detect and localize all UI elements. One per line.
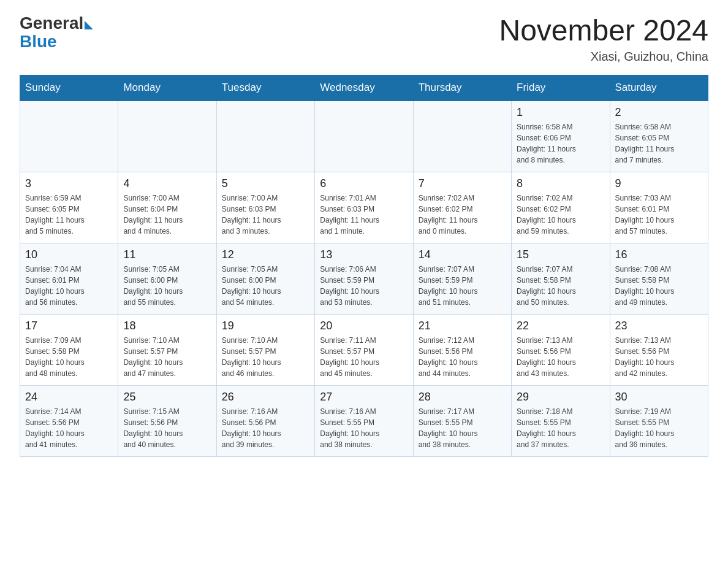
day-number: 17 [25,320,113,332]
day-cell: 4Sunrise: 7:00 AM Sunset: 6:04 PM Daylig… [118,172,216,243]
day-number: 27 [320,391,408,404]
day-cell: 25Sunrise: 7:15 AM Sunset: 5:56 PM Dayli… [118,385,216,456]
day-info: Sunrise: 7:09 AM Sunset: 5:58 PM Dayligh… [25,335,113,379]
week-row-1: 1Sunrise: 6:58 AM Sunset: 6:06 PM Daylig… [20,101,708,172]
day-info: Sunrise: 7:16 AM Sunset: 5:55 PM Dayligh… [320,406,408,450]
day-info: Sunrise: 7:07 AM Sunset: 5:58 PM Dayligh… [517,264,604,308]
day-number: 6 [320,177,408,190]
day-cell: 6Sunrise: 7:01 AM Sunset: 6:03 PM Daylig… [315,172,413,243]
day-info: Sunrise: 7:07 AM Sunset: 5:59 PM Dayligh… [419,264,506,308]
day-number: 11 [123,248,211,261]
logo-general-text: General [20,15,83,32]
day-cell: 5Sunrise: 7:00 AM Sunset: 6:03 PM Daylig… [216,172,314,243]
day-info: Sunrise: 7:06 AM Sunset: 5:59 PM Dayligh… [320,264,408,308]
day-number: 26 [222,391,309,404]
day-number: 20 [320,320,408,332]
day-cell: 14Sunrise: 7:07 AM Sunset: 5:59 PM Dayli… [413,243,511,314]
day-number: 13 [320,248,408,261]
week-row-2: 3Sunrise: 6:59 AM Sunset: 6:05 PM Daylig… [20,172,708,243]
page-header: General Blue November 2024 Xiasi, Guizho… [20,15,708,64]
day-number: 4 [123,177,211,190]
week-row-3: 10Sunrise: 7:04 AM Sunset: 6:01 PM Dayli… [20,243,708,314]
day-cell: 16Sunrise: 7:08 AM Sunset: 5:58 PM Dayli… [610,243,708,314]
day-info: Sunrise: 7:10 AM Sunset: 5:57 PM Dayligh… [123,335,211,379]
weekday-header-sunday: Sunday [20,75,118,101]
day-number: 9 [615,177,703,190]
day-number: 5 [222,177,309,190]
day-number: 28 [419,391,506,404]
day-info: Sunrise: 7:17 AM Sunset: 5:55 PM Dayligh… [419,406,506,450]
day-info: Sunrise: 7:00 AM Sunset: 6:04 PM Dayligh… [123,193,211,237]
day-info: Sunrise: 7:05 AM Sunset: 6:00 PM Dayligh… [123,264,211,308]
day-info: Sunrise: 7:12 AM Sunset: 5:56 PM Dayligh… [419,335,506,379]
day-info: Sunrise: 6:58 AM Sunset: 6:06 PM Dayligh… [517,121,604,166]
day-number: 30 [615,391,703,404]
logo-blue-text: Blue [20,32,57,52]
day-number: 19 [222,320,309,332]
weekday-header-monday: Monday [118,75,216,101]
day-info: Sunrise: 7:13 AM Sunset: 5:56 PM Dayligh… [517,335,604,379]
day-cell: 11Sunrise: 7:05 AM Sunset: 6:00 PM Dayli… [118,243,216,314]
calendar-body: 1Sunrise: 6:58 AM Sunset: 6:06 PM Daylig… [20,101,708,457]
day-info: Sunrise: 7:19 AM Sunset: 5:55 PM Dayligh… [615,406,703,450]
day-info: Sunrise: 7:10 AM Sunset: 5:57 PM Dayligh… [222,335,309,379]
day-info: Sunrise: 7:01 AM Sunset: 6:03 PM Dayligh… [320,193,408,237]
day-cell [216,101,314,172]
day-number: 29 [517,391,604,404]
day-cell: 19Sunrise: 7:10 AM Sunset: 5:57 PM Dayli… [216,314,314,385]
day-cell: 8Sunrise: 7:02 AM Sunset: 6:02 PM Daylig… [512,172,610,243]
day-number: 12 [222,248,309,261]
day-cell: 27Sunrise: 7:16 AM Sunset: 5:55 PM Dayli… [315,385,413,456]
day-cell: 28Sunrise: 7:17 AM Sunset: 5:55 PM Dayli… [413,385,511,456]
day-info: Sunrise: 7:04 AM Sunset: 6:01 PM Dayligh… [25,264,113,308]
day-cell: 30Sunrise: 7:19 AM Sunset: 5:55 PM Dayli… [610,385,708,456]
day-info: Sunrise: 6:58 AM Sunset: 6:05 PM Dayligh… [615,121,703,166]
weekday-header-thursday: Thursday [413,75,511,101]
weekday-header-row: SundayMondayTuesdayWednesdayThursdayFrid… [20,75,708,101]
day-number: 15 [517,248,604,261]
day-cell: 1Sunrise: 6:58 AM Sunset: 6:06 PM Daylig… [512,101,610,172]
calendar-header: SundayMondayTuesdayWednesdayThursdayFrid… [20,75,708,101]
day-info: Sunrise: 6:59 AM Sunset: 6:05 PM Dayligh… [25,193,113,237]
day-cell: 21Sunrise: 7:12 AM Sunset: 5:56 PM Dayli… [413,314,511,385]
day-info: Sunrise: 7:05 AM Sunset: 6:00 PM Dayligh… [222,264,309,308]
day-cell [413,101,511,172]
day-number: 23 [615,320,703,332]
day-cell: 2Sunrise: 6:58 AM Sunset: 6:05 PM Daylig… [610,101,708,172]
weekday-header-tuesday: Tuesday [216,75,314,101]
day-number: 18 [123,320,211,332]
calendar-title: November 2024 [499,15,708,47]
day-cell: 29Sunrise: 7:18 AM Sunset: 5:55 PM Dayli… [512,385,610,456]
day-number: 22 [517,320,604,332]
day-info: Sunrise: 7:14 AM Sunset: 5:56 PM Dayligh… [25,406,113,450]
day-cell: 18Sunrise: 7:10 AM Sunset: 5:57 PM Dayli… [118,314,216,385]
day-cell: 12Sunrise: 7:05 AM Sunset: 6:00 PM Dayli… [216,243,314,314]
day-info: Sunrise: 7:02 AM Sunset: 6:02 PM Dayligh… [419,193,506,237]
day-cell: 9Sunrise: 7:03 AM Sunset: 6:01 PM Daylig… [610,172,708,243]
day-number: 24 [25,391,113,404]
day-number: 7 [419,177,506,190]
day-cell [20,101,118,172]
day-number: 16 [615,248,703,261]
day-cell: 24Sunrise: 7:14 AM Sunset: 5:56 PM Dayli… [20,385,118,456]
day-cell: 3Sunrise: 6:59 AM Sunset: 6:05 PM Daylig… [20,172,118,243]
day-number: 21 [419,320,506,332]
calendar-title-area: November 2024 Xiasi, Guizhou, China [499,15,708,64]
day-info: Sunrise: 7:18 AM Sunset: 5:55 PM Dayligh… [517,406,604,450]
logo: General Blue [20,15,94,52]
weekday-header-wednesday: Wednesday [315,75,413,101]
day-number: 1 [517,106,604,119]
day-info: Sunrise: 7:16 AM Sunset: 5:56 PM Dayligh… [222,406,309,450]
day-info: Sunrise: 7:15 AM Sunset: 5:56 PM Dayligh… [123,406,211,450]
week-row-5: 24Sunrise: 7:14 AM Sunset: 5:56 PM Dayli… [20,385,708,456]
calendar-subtitle: Xiasi, Guizhou, China [499,50,708,64]
day-number: 10 [25,248,113,261]
day-cell: 15Sunrise: 7:07 AM Sunset: 5:58 PM Dayli… [512,243,610,314]
day-cell: 22Sunrise: 7:13 AM Sunset: 5:56 PM Dayli… [512,314,610,385]
day-info: Sunrise: 7:02 AM Sunset: 6:02 PM Dayligh… [517,193,604,237]
day-info: Sunrise: 7:00 AM Sunset: 6:03 PM Dayligh… [222,193,309,237]
day-cell: 26Sunrise: 7:16 AM Sunset: 5:56 PM Dayli… [216,385,314,456]
weekday-header-friday: Friday [512,75,610,101]
week-row-4: 17Sunrise: 7:09 AM Sunset: 5:58 PM Dayli… [20,314,708,385]
logo-arrow-icon [85,21,93,29]
